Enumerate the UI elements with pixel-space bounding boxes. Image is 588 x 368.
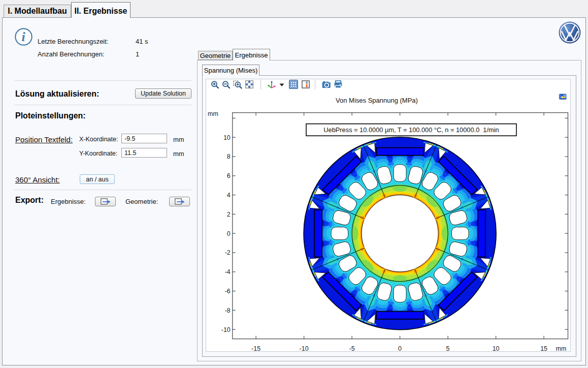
svg-text:5: 5 xyxy=(446,345,450,352)
svg-text:-6: -6 xyxy=(225,288,231,295)
svg-text:10: 10 xyxy=(223,134,231,141)
svg-text:0: 0 xyxy=(227,230,231,237)
svg-text:mm: mm xyxy=(556,345,567,352)
svg-text:i: i xyxy=(21,29,25,44)
svg-text:UebPress = 10.0000 µm, T = 100: UebPress = 10.0000 µm, T = 100.000 °C, n… xyxy=(323,126,499,134)
svg-text:8: 8 xyxy=(227,153,231,160)
svg-text:2: 2 xyxy=(227,211,231,218)
svg-text:-8: -8 xyxy=(225,307,231,314)
svg-text:-2: -2 xyxy=(225,249,231,256)
svg-text:6: 6 xyxy=(227,172,231,179)
svg-text:-10: -10 xyxy=(221,326,231,333)
svg-text:-4: -4 xyxy=(225,268,231,275)
svg-text:Von Mises Spannung (MPa): Von Mises Spannung (MPa) xyxy=(336,97,418,104)
svg-text:4: 4 xyxy=(227,192,231,199)
svg-text:-5: -5 xyxy=(349,345,355,352)
svg-text:0: 0 xyxy=(398,345,402,352)
svg-text:mm: mm xyxy=(208,110,218,117)
svg-text:-10: -10 xyxy=(300,345,309,352)
svg-text:15: 15 xyxy=(540,345,547,352)
svg-text:10: 10 xyxy=(493,345,500,352)
svg-text:-15: -15 xyxy=(251,345,260,352)
